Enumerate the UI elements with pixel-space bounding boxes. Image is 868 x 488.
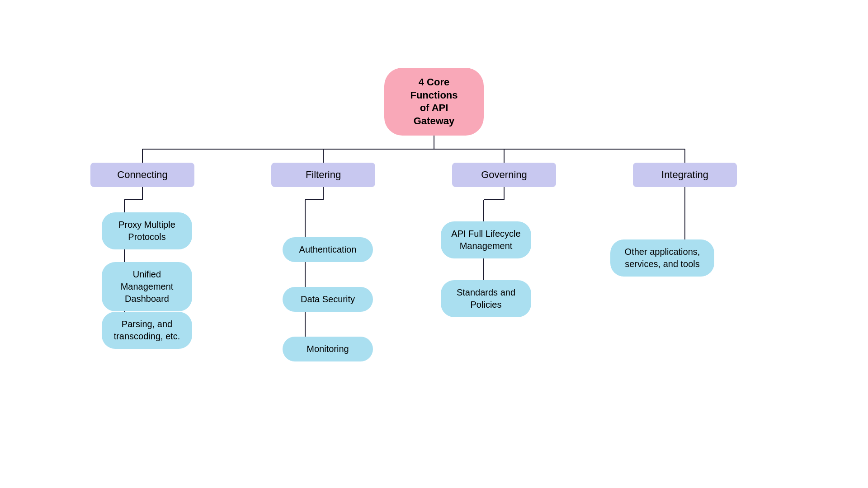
cat-integrating-label: Integrating bbox=[661, 169, 708, 180]
diagram-container: 4 Core Functions of API Gateway Connecti… bbox=[50, 41, 818, 447]
leaf-monitoring: Monitoring bbox=[283, 337, 373, 361]
category-governing: Governing bbox=[452, 163, 556, 187]
cat-governing-label: Governing bbox=[481, 169, 527, 180]
cat-connecting-label: Connecting bbox=[117, 169, 167, 180]
leaf-other-applications: Other applications, services, and tools bbox=[610, 239, 714, 277]
leaf-data-security: Data Security bbox=[283, 287, 373, 312]
leaf-authentication: Authentication bbox=[283, 237, 373, 262]
leaf-api-full-lifecycle: API Full Lifecycle Management bbox=[441, 221, 531, 258]
cat-filtering-label: Filtering bbox=[306, 169, 341, 180]
root-node: 4 Core Functions of API Gateway bbox=[384, 68, 484, 136]
category-filtering: Filtering bbox=[271, 163, 375, 187]
leaf-parsing-transcoding: Parsing, and transcoding, etc. bbox=[102, 312, 192, 349]
leaf-unified-management-dashboard: Unified Management Dashboard bbox=[102, 262, 192, 311]
leaf-proxy-multiple-protocols: Proxy Multiple Protocols bbox=[102, 212, 192, 249]
category-integrating: Integrating bbox=[633, 163, 737, 187]
root-label: 4 Core Functions of API Gateway bbox=[410, 76, 458, 127]
category-connecting: Connecting bbox=[90, 163, 194, 187]
leaf-standards-policies: Standards and Policies bbox=[441, 280, 531, 317]
